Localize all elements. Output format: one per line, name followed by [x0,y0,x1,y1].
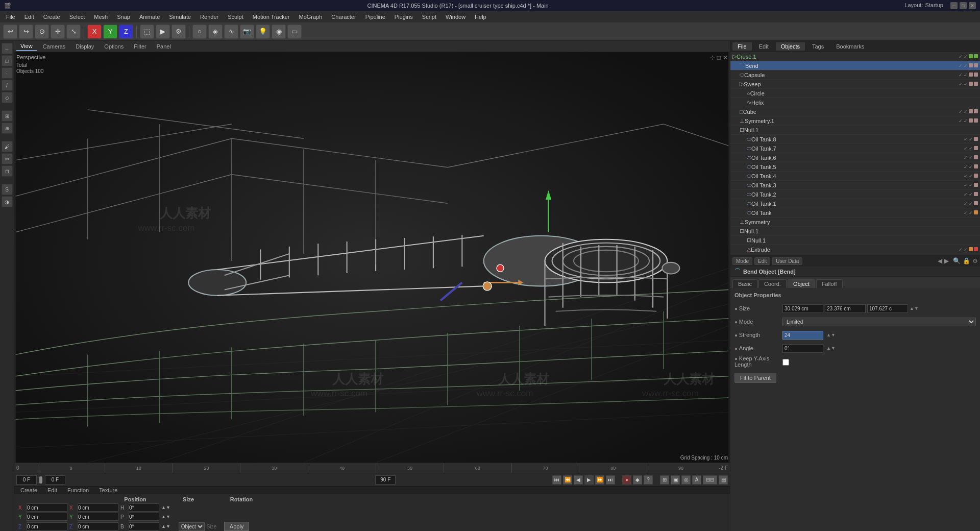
obj-flag-vis[interactable]: ✓ [959,54,963,59]
size-y-input[interactable] [78,513,118,521]
obj-flag-vis-ot[interactable]: ✓ [964,210,968,215]
obj-row-oiltank2[interactable]: ⬭ Oil Tank.2 ✓ ✓ [730,190,980,199]
obj-flag-vis-bend[interactable]: ✓ [959,63,963,68]
attr-tab-falloff[interactable]: Falloff [816,279,843,288]
rotation-b-input[interactable] [129,522,159,530]
obj-flag-vis-capsule[interactable]: ✓ [959,73,963,78]
obj-row-oiltank5[interactable]: ⬭ Oil Tank.5 ✓ ✓ [730,162,980,172]
obj-flag-vis-ext[interactable]: ✓ [959,247,963,252]
size-z-input[interactable] [78,522,118,530]
obj-row-capsule[interactable]: ⬭ Capsule ✓ ✓ [730,70,980,80]
menu-item-file[interactable]: File [2,13,19,21]
close-button[interactable]: ✕ [969,2,976,9]
sidebar-knife-tool[interactable]: ✂ [2,153,13,164]
b-stepper[interactable]: ▲▼ [161,524,170,529]
end-frame-input[interactable] [375,475,396,485]
object-mode-select[interactable]: Object World [179,522,205,531]
attr-settings-btn[interactable]: ⚙ [972,257,978,264]
bottom-texture-tab[interactable]: Texture [95,487,121,494]
sidebar-select-tool[interactable]: S [2,184,13,195]
snap-toggle[interactable]: ⊞ [660,475,669,485]
floor-button[interactable]: ▭ [287,25,302,39]
obj-row-cube[interactable]: □ Cube ✓ ✓ [730,107,980,116]
redo-button[interactable]: ↪ [19,25,33,39]
material-button[interactable]: ◉ [272,25,286,39]
bottom-edit-tab[interactable]: Edit [43,487,61,494]
render-button[interactable]: ▶ [156,25,170,39]
y-axis-button[interactable]: Y [103,25,117,39]
menu-item-script[interactable]: Script [418,13,440,21]
obj-edit-tab[interactable]: Edit [754,42,774,51]
rotation-h-input[interactable] [129,503,159,512]
obj-row-null1b[interactable]: ⊡ Null.1 [730,227,980,236]
maximize-button[interactable]: □ [960,2,967,9]
menu-item-pipeline[interactable]: Pipeline [361,13,389,21]
obj-flag-render-capsule[interactable]: ✓ [964,73,968,78]
attr-size-x-input[interactable] [782,304,823,313]
obj-bookmarks-tab[interactable]: Bookmarks [831,42,869,51]
fit-to-parent-button[interactable]: Fit to Parent [734,373,776,383]
obj-flag-render-ot8[interactable]: ✓ [969,137,973,142]
obj-flag-render[interactable]: ✓ [964,54,968,59]
attr-forward-btn[interactable]: ▶ [944,257,949,264]
obj-flag-render-ot5[interactable]: ✓ [969,164,973,170]
attr-search-btn[interactable]: 🔍 [953,257,961,264]
attr-mode-dropdown[interactable]: Limited Unlimited Within Box [782,318,976,326]
sidebar-move-tool[interactable]: ↔ [2,43,13,54]
obj-flag-render-bend[interactable]: ✓ [964,63,968,68]
obj-row-sweep[interactable]: ▷ Sweep ✓ ✓ [730,80,980,89]
obj-flag-render-ot3[interactable]: ✓ [969,183,973,188]
obj-row-helix[interactable]: ∿ Helix [730,98,980,107]
obj-flag-vis-ot8[interactable]: ✓ [964,137,968,142]
panel-tab[interactable]: Panel [153,42,175,51]
apply-button[interactable]: Apply [224,522,250,531]
x-axis-button[interactable]: X [87,25,102,39]
position-x-input[interactable] [27,503,67,512]
move-button[interactable]: ✛ [51,25,65,39]
attr-size-y-input[interactable] [825,304,866,313]
obj-row-extrude[interactable]: △ Extrude ✓ ✓ [730,245,980,254]
current-frame-input[interactable] [16,475,37,485]
menu-item-select[interactable]: Select [65,13,89,21]
menu-item-sculpt[interactable]: Sculpt [224,13,248,21]
obj-row-oiltank8[interactable]: ⬭ Oil Tank.8 ✓ ✓ [730,135,980,144]
light-button[interactable]: 💡 [256,25,270,39]
menu-item-render[interactable]: Render [196,13,223,21]
step-back-button[interactable]: ⏪ [563,475,572,485]
camera-button[interactable]: 📷 [240,25,254,39]
attr-strength-input[interactable] [782,331,823,340]
obj-flag-render-sweep[interactable]: ✓ [964,82,968,87]
keyframe-mode-button[interactable]: ▣ [671,475,680,485]
attr-strength-stepper[interactable]: ▲▼ [826,332,836,337]
p-stepper[interactable]: ▲▼ [161,514,170,519]
menu-item-snap[interactable]: Snap [113,13,134,21]
obj-flag-vis-ot3[interactable]: ✓ [964,183,968,188]
bottom-create-tab[interactable]: Create [16,487,41,494]
position-z-input[interactable] [27,522,67,530]
play-back-button[interactable]: ◀ [574,475,583,485]
obj-flag-render-sym1[interactable]: ✓ [964,118,968,124]
live-selection-button[interactable]: ⊙ [35,25,49,39]
obj-flag-render-ot6[interactable]: ✓ [969,155,973,160]
obj-flag-render-ot[interactable]: ✓ [969,210,973,215]
filter-tab[interactable]: Filter [130,42,150,51]
attr-edit-btn[interactable]: Edit [754,257,770,265]
obj-flag-vis-ot4[interactable]: ✓ [964,174,968,179]
goto-end-button[interactable]: ⏭ [606,475,615,485]
obj-file-tab[interactable]: File [732,42,752,51]
sidebar-poly-tool[interactable]: ◇ [2,92,13,103]
options-tab[interactable]: Options [100,42,128,51]
obj-flag-vis-sym1[interactable]: ✓ [959,118,963,124]
timeline-mode-button[interactable]: ▤ [719,475,728,485]
menu-item-animate[interactable]: Animate [135,13,164,21]
obj-row-oiltank6[interactable]: ⬭ Oil Tank.6 ✓ ✓ [730,153,980,162]
sidebar-paint-tool[interactable]: 🖌 [2,141,13,152]
undo-button[interactable]: ↩ [3,25,17,39]
menu-item-edit[interactable]: Edit [20,13,38,21]
help-button[interactable]: ? [644,475,653,485]
obj-flag-vis-ot5[interactable]: ✓ [964,164,968,170]
obj-row-oiltank3[interactable]: ⬭ Oil Tank.3 ✓ ✓ [730,181,980,190]
rotation-p-input[interactable] [129,513,159,521]
goto-start-button[interactable]: ⏮ [552,475,561,485]
obj-flag-vis-ot7[interactable]: ✓ [964,146,968,151]
